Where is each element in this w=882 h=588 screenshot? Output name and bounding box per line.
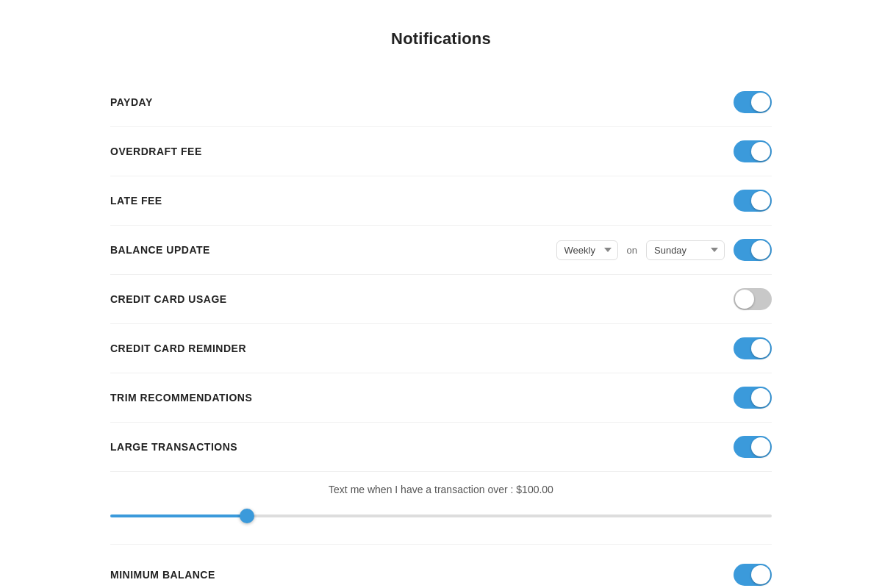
notifications-list: PAYDAY OVERDRAFT FEE L	[110, 78, 772, 588]
late-fee-toggle[interactable]	[734, 190, 772, 212]
balance-update-on-label: on	[627, 245, 637, 256]
page-title: Notifications	[110, 29, 772, 49]
notifications-page: Notifications PAYDAY OVERDRAFT FEE	[110, 29, 772, 588]
credit-card-reminder-right	[734, 337, 772, 359]
large-transactions-right	[734, 436, 772, 458]
overdraft-fee-right	[734, 140, 772, 162]
large-transactions-label: LARGE TRANSACTIONS	[110, 441, 237, 453]
late-fee-right	[734, 190, 772, 212]
trim-recommendations-label: TRIM RECOMMENDATIONS	[110, 392, 252, 404]
large-transactions-slider-section: Text me when I have a transaction over :…	[110, 472, 772, 538]
overdraft-fee-toggle[interactable]	[734, 140, 772, 162]
large-transactions-slider-text: Text me when I have a transaction over :…	[110, 484, 772, 495]
notification-row-balance-update: BALANCE UPDATE Weekly Daily Monthly on S…	[110, 226, 772, 275]
divider	[110, 544, 772, 545]
notification-row-large-transactions: LARGE TRANSACTIONS	[110, 423, 772, 472]
notification-row-trim-recommendations: TRIM RECOMMENDATIONS	[110, 373, 772, 423]
payday-right	[734, 91, 772, 113]
notification-row-late-fee: LATE FEE	[110, 176, 772, 226]
trim-recommendations-right	[734, 387, 772, 409]
notification-row-credit-card-reminder: CREDIT CARD REMINDER	[110, 324, 772, 373]
credit-card-reminder-toggle[interactable]	[734, 337, 772, 359]
credit-card-reminder-label: CREDIT CARD REMINDER	[110, 343, 246, 354]
balance-update-right: Weekly Daily Monthly on Sunday Monday Tu…	[556, 239, 772, 261]
trim-recommendations-toggle[interactable]	[734, 387, 772, 409]
notification-row-credit-card-usage: CREDIT CARD USAGE	[110, 275, 772, 324]
large-transactions-slider[interactable]	[110, 514, 772, 517]
large-transactions-toggle[interactable]	[734, 436, 772, 458]
credit-card-usage-label: CREDIT CARD USAGE	[110, 293, 227, 305]
notification-row-overdraft-fee: OVERDRAFT FEE	[110, 127, 772, 176]
payday-toggle[interactable]	[734, 91, 772, 113]
balance-update-label: BALANCE UPDATE	[110, 244, 210, 256]
balance-update-frequency-select[interactable]: Weekly Daily Monthly	[556, 240, 618, 260]
minimum-balance-label: MINIMUM BALANCE	[110, 569, 215, 581]
credit-card-usage-toggle[interactable]	[734, 288, 772, 310]
late-fee-label: LATE FEE	[110, 195, 162, 207]
balance-update-day-select[interactable]: Sunday Monday Tuesday Wednesday Thursday…	[646, 240, 725, 260]
notification-row-payday: PAYDAY	[110, 78, 772, 127]
payday-label: PAYDAY	[110, 96, 153, 108]
balance-update-toggle[interactable]	[734, 239, 772, 261]
credit-card-usage-right	[734, 288, 772, 310]
minimum-balance-right	[734, 564, 772, 586]
overdraft-fee-label: OVERDRAFT FEE	[110, 146, 202, 157]
notification-row-minimum-balance: MINIMUM BALANCE	[110, 551, 772, 588]
minimum-balance-toggle[interactable]	[734, 564, 772, 586]
